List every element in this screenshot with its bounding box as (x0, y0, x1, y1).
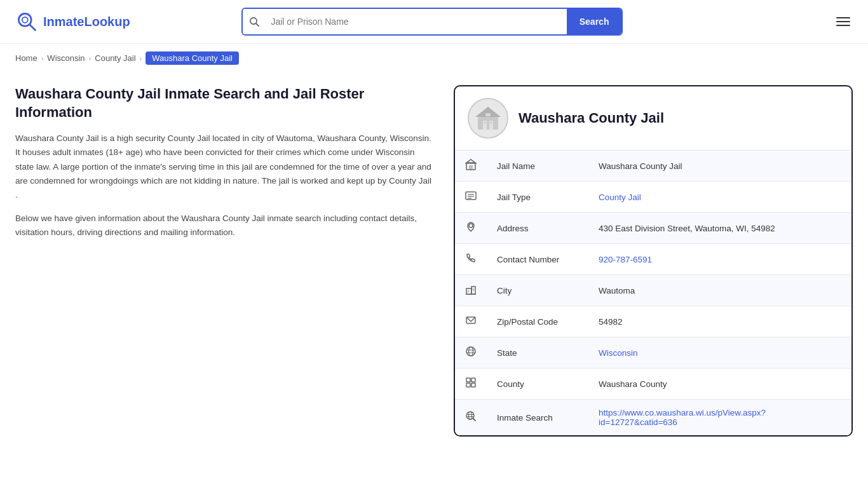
chevron-icon: › (89, 55, 92, 62)
search-button[interactable]: Search (567, 9, 622, 34)
card-title: Waushara County Jail (519, 110, 664, 126)
svg-rect-10 (491, 122, 492, 123)
info-value[interactable]: https://www.co.waushara.wi.us/pView.aspx… (588, 400, 851, 436)
table-row: Zip/Postal Code54982 (455, 306, 851, 337)
table-row: Inmate Searchhttps://www.co.waushara.wi.… (455, 400, 851, 436)
menu-button[interactable] (834, 15, 853, 29)
chevron-icon: › (140, 55, 142, 62)
table-row: CountyWaushara County (455, 369, 851, 400)
svg-point-28 (469, 347, 473, 356)
search-globe-icon (455, 400, 487, 436)
info-label: Inmate Search (487, 400, 588, 436)
table-row: Jail NameWaushara County Jail (455, 151, 851, 182)
svg-point-27 (466, 347, 475, 356)
globe-icon (455, 337, 487, 369)
info-link[interactable]: 920-787-6591 (599, 255, 652, 264)
info-label: State (487, 337, 588, 369)
svg-point-2 (22, 17, 28, 23)
svg-rect-32 (471, 378, 475, 382)
table-row: Jail TypeCounty Jail (455, 182, 851, 213)
info-value: Waushara County (588, 369, 851, 400)
info-label: City (487, 275, 588, 306)
search-area: Search (241, 8, 623, 36)
info-value[interactable]: County Jail (588, 182, 851, 213)
left-panel: Waushara County Jail Inmate Search and J… (15, 85, 435, 437)
page-title: Waushara County Jail Inmate Search and J… (15, 85, 435, 121)
table-row: Contact Number920-787-6591 (455, 244, 851, 275)
info-link[interactable]: Wisconsin (599, 348, 638, 358)
svg-line-1 (30, 25, 36, 30)
header: InmateLookup Search (0, 0, 868, 44)
search-wrapper: Search (241, 8, 623, 36)
info-table: Jail NameWaushara County JailJail TypeCo… (455, 151, 851, 435)
card-header: Waushara County Jail (455, 86, 851, 151)
svg-rect-15 (471, 165, 473, 170)
logo-icon (15, 10, 38, 33)
svg-rect-9 (484, 122, 485, 123)
search-icon (243, 9, 266, 34)
svg-rect-31 (466, 378, 470, 382)
svg-line-39 (473, 418, 475, 421)
svg-point-20 (469, 224, 473, 227)
svg-rect-24 (473, 288, 474, 290)
info-label: Zip/Postal Code (487, 306, 588, 337)
mail-icon (455, 306, 487, 337)
table-row: CityWautoma (455, 275, 851, 306)
svg-rect-33 (466, 383, 470, 387)
building-avatar-icon (473, 103, 503, 133)
svg-rect-14 (469, 165, 471, 170)
info-value: 54982 (588, 306, 851, 337)
logo: InmateLookup (15, 10, 130, 33)
svg-rect-11 (485, 113, 491, 116)
building-icon (455, 151, 487, 182)
breadcrumb-current: Waushara County Jail (146, 51, 239, 65)
info-value[interactable]: 920-787-6591 (588, 244, 851, 275)
svg-point-36 (469, 412, 472, 419)
description-para2: Below we have given information about th… (15, 212, 435, 240)
county-icon (455, 369, 487, 400)
svg-rect-23 (468, 290, 469, 292)
info-card: Waushara County Jail Jail NameWaushara C… (454, 85, 853, 437)
svg-rect-34 (471, 383, 475, 387)
breadcrumb: Home › Wisconsin › County Jail › Waushar… (0, 44, 868, 72)
phone-icon (455, 244, 487, 275)
info-link[interactable]: https://www.co.waushara.wi.us/pView.aspx… (599, 408, 766, 427)
breadcrumb-type[interactable]: County Jail (95, 53, 135, 63)
info-label: Jail Name (487, 151, 588, 182)
info-link[interactable]: County Jail (599, 193, 641, 202)
info-value[interactable]: Wisconsin (588, 337, 851, 369)
svg-line-4 (256, 24, 259, 26)
search-input[interactable] (266, 9, 566, 34)
info-value: 430 East Division Street, Wautoma, WI, 5… (588, 213, 851, 244)
breadcrumb-home[interactable]: Home (15, 53, 37, 63)
location-icon (455, 213, 487, 244)
breadcrumb-state[interactable]: Wisconsin (47, 53, 85, 63)
chevron-icon: › (41, 55, 44, 62)
main-content: Waushara County Jail Inmate Search and J… (0, 72, 868, 449)
info-label: Contact Number (487, 244, 588, 275)
table-row: StateWisconsin (455, 337, 851, 369)
info-value: Wautoma (588, 275, 851, 306)
description-para1: Waushara County Jail is a high security … (15, 132, 435, 202)
svg-rect-5 (478, 116, 498, 130)
info-value: Waushara County Jail (588, 151, 851, 182)
table-row: Address430 East Division Street, Wautoma… (455, 213, 851, 244)
city-icon (455, 275, 487, 306)
jail-avatar (468, 98, 508, 139)
logo-text: InmateLookup (43, 15, 130, 29)
info-label: Jail Type (487, 182, 588, 213)
info-label: Address (487, 213, 588, 244)
list-icon (455, 182, 487, 213)
info-label: County (487, 369, 588, 400)
